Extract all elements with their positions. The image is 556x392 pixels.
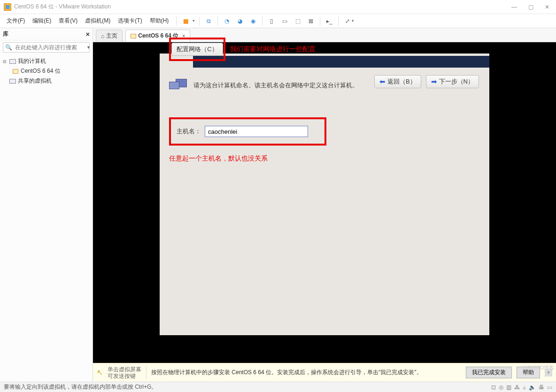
hostname-input[interactable] (205, 126, 308, 137)
pause-icon[interactable]: ▮▮ (180, 16, 191, 26)
main-split: 库 × 🔍 ▼ ⊟ 我的计算机 CentOS 6 64 位 共 (0, 28, 556, 382)
toolbar-power-group: ▮▮ ▼ (180, 16, 195, 26)
library-search-input[interactable] (14, 44, 86, 51)
view-multi-icon[interactable]: ▭ (279, 16, 290, 26)
hostname-highlight-box: 主机名： (169, 117, 326, 146)
status-net-icon[interactable]: 🖧 (514, 384, 520, 391)
library-close-icon[interactable]: × (86, 31, 90, 38)
toolbar-separator (217, 16, 218, 26)
vm-icon (12, 69, 19, 74)
menu-bar: 文件(F) 编辑(E) 查看(V) 虚拟机(M) 选项卡(T) 帮助(H) ▮▮… (0, 14, 556, 28)
library-search-box[interactable]: 🔍 ▼ (3, 42, 90, 53)
tree-my-computer-label: 我的计算机 (18, 57, 46, 65)
centos-installer-screen: 请为这台计算机命名。该主机名会在网络中定义这台计算机。 主机名： 任意起一个主机… (160, 54, 489, 335)
menu-help[interactable]: 帮助(H) (146, 15, 173, 27)
installer-prompt-text: 请为这台计算机命名。该主机名会在网络中定义这台计算机。 (193, 81, 358, 90)
window-controls: ― ▢ ✕ (511, 4, 552, 10)
config-network-highlight-box: 配置网络（C） (169, 38, 225, 61)
close-button[interactable]: ✕ (545, 4, 549, 10)
tree-shared-vms[interactable]: 共享的虚拟机 (3, 76, 90, 86)
library-tree: ⊟ 我的计算机 CentOS 6 64 位 共享的虚拟机 (0, 54, 93, 88)
status-cd-icon[interactable]: ◎ (499, 384, 503, 391)
library-search-row: 🔍 ▼ (0, 40, 93, 54)
back-button-label: 返回（B） (387, 77, 416, 86)
vmware-app-icon (4, 3, 11, 11)
cursor-hint-icon: ↖ (97, 368, 103, 377)
status-text: 要将输入定向到该虚拟机，请在虚拟机内部单击或按 Ctrl+G。 (4, 383, 157, 391)
watermark-text: @51CTO博客 (522, 364, 554, 371)
menu-file[interactable]: 文件(F) (3, 15, 29, 27)
arrow-left-icon: ⬅ (379, 77, 386, 86)
done-install-button[interactable]: 我已完成安装 (466, 367, 512, 378)
toolbar-separator (338, 16, 339, 26)
tree-shared-vms-label: 共享的虚拟机 (18, 77, 52, 85)
next-button[interactable]: ➡ 下一步（N） (426, 75, 479, 88)
hostname-label: 主机名： (177, 127, 201, 136)
snapshot-revert-icon[interactable]: ◕ (235, 16, 245, 26)
toolbar-separator (320, 16, 320, 26)
view-single-icon[interactable]: ▯ (266, 16, 277, 26)
tree-collapse-icon[interactable]: ⊟ (3, 59, 8, 64)
view-thumbnail-icon[interactable]: ⊠ (306, 16, 316, 26)
installer-nav-buttons: ⬅ 返回（B） ➡ 下一步（N） (374, 75, 479, 88)
minimize-button[interactable]: ― (511, 4, 517, 10)
menu-vm[interactable]: 虚拟机(M) (81, 15, 114, 27)
tab-home-label: 主页 (106, 32, 117, 40)
info-main-text: 按照在物理计算机中的步骤安装 CentOS 6 64 位。安装完成后，操作系统会… (151, 369, 461, 377)
status-sound-icon[interactable]: 🔈 (529, 384, 536, 391)
computer-icon (9, 59, 16, 64)
annotation-config-network: 我们需要对网络进行一些配置 (230, 45, 316, 54)
annotation-hostname: 任意起一个主机名，默认也没关系 (169, 154, 268, 163)
window-titlebar: CentOS 6 64 位 - VMware Workstation ― ▢ ✕ (0, 0, 556, 14)
status-floppy-icon[interactable]: ▥ (506, 384, 511, 391)
tab-strip: ⌂ 主页 CentOS 6 64 位 × (93, 28, 556, 42)
status-printer-icon[interactable]: 🖶 (539, 384, 544, 391)
info-divider (146, 366, 147, 379)
status-bar: 要将输入定向到该虚拟机，请在虚拟机内部单击或按 Ctrl+G。 ⊡ ◎ ▥ 🖧 … (0, 382, 556, 392)
installer-header-band (193, 56, 489, 68)
toolbar-separator (176, 16, 177, 26)
info-left-block: 单击虚拟屏幕 可发送按键 (108, 366, 141, 379)
menu-view[interactable]: 查看(V) (55, 15, 81, 27)
vm-display-area[interactable]: 请为这台计算机命名。该主机名会在网络中定义这台计算机。 主机名： 任意起一个主机… (93, 42, 556, 363)
library-title: 库 (3, 30, 8, 38)
status-device-icons: ⊡ ◎ ▥ 🖧 ⏚ 🔈 🖶 ▭ (491, 384, 552, 391)
toolbar-view-group: ▯ ▭ ⬚ ⊠ (266, 16, 316, 26)
status-display-icon[interactable]: ▭ (547, 384, 552, 391)
home-icon: ⌂ (101, 33, 104, 39)
toolbar-separator (199, 16, 200, 26)
tree-vm-centos[interactable]: CentOS 6 64 位 (3, 66, 90, 76)
power-dropdown-icon[interactable]: ▼ (192, 19, 195, 23)
search-dropdown-icon[interactable]: ▼ (86, 45, 91, 50)
console-icon[interactable]: ▸_ (324, 16, 334, 26)
library-header: 库 × (0, 28, 93, 40)
maximize-button[interactable]: ▢ (528, 4, 533, 10)
info-left-line2: 可发送按键 (108, 373, 141, 379)
installer-body: 请为这台计算机命名。该主机名会在网络中定义这台计算机。 主机名： 任意起一个主机… (169, 77, 485, 94)
search-icon: 🔍 (5, 44, 12, 51)
tree-vm-centos-label: CentOS 6 64 位 (21, 67, 61, 75)
next-button-label: 下一步（N） (439, 77, 474, 86)
snapshot-manage-icon[interactable]: ◉ (248, 16, 258, 26)
config-network-button[interactable]: 配置网络（C） (171, 43, 223, 56)
library-sidebar: 库 × 🔍 ▼ ⊟ 我的计算机 CentOS 6 64 位 共 (0, 28, 93, 382)
menu-tabs[interactable]: 选项卡(T) (114, 15, 146, 27)
status-hdd-icon[interactable]: ⊡ (491, 384, 496, 391)
content-panel: ⌂ 主页 CentOS 6 64 位 × 请为这台计算机命名。该主机名会在网络中… (93, 28, 556, 382)
snapshot-take-icon[interactable]: ◔ (222, 16, 232, 26)
fullscreen-dropdown-icon[interactable]: ▼ (351, 19, 355, 23)
back-button[interactable]: ⬅ 返回（B） (374, 75, 421, 88)
menu-edit[interactable]: 编辑(E) (29, 15, 55, 27)
tree-my-computer[interactable]: ⊟ 我的计算机 (3, 56, 90, 66)
install-info-bar: ↖ 单击虚拟屏幕 可发送按键 按照在物理计算机中的步骤安装 CentOS 6 6… (93, 363, 556, 382)
toolbar-separator (262, 16, 263, 26)
toolbar-snapshot-group: ◔ ◕ ◉ (222, 16, 258, 26)
info-left-line1: 单击虚拟屏幕 (108, 366, 141, 373)
arrow-right-icon: ➡ (431, 77, 437, 86)
status-usb-icon[interactable]: ⏚ (523, 384, 526, 391)
view-unity-icon[interactable]: ⬚ (293, 16, 303, 26)
send-keys-icon[interactable]: ⧉ (203, 16, 214, 26)
computer-icon (9, 78, 16, 84)
tab-home[interactable]: ⌂ 主页 (96, 30, 123, 42)
window-title: CentOS 6 64 位 - VMware Workstation (14, 3, 111, 11)
